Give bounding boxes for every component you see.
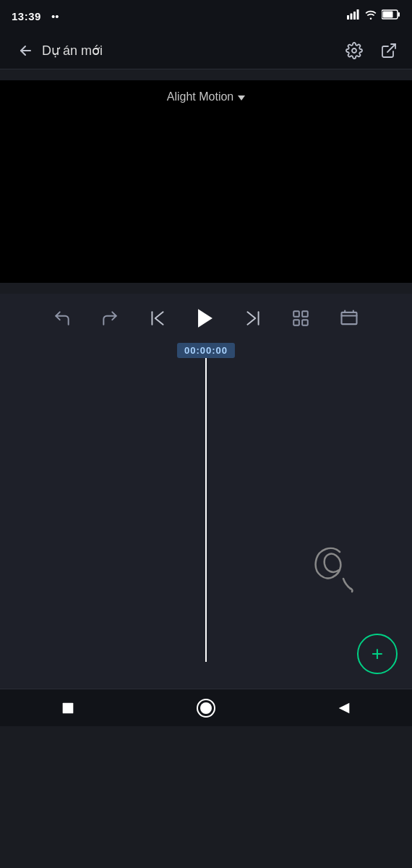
status-left: 13:39 •• xyxy=(12,10,59,22)
timecode-display: 00:00:00 xyxy=(177,343,235,358)
svg-rect-19 xyxy=(63,702,74,713)
export-button[interactable] xyxy=(377,39,400,62)
timeline-track[interactable]: 00:00:00 + xyxy=(0,343,412,689)
svg-rect-15 xyxy=(293,320,299,326)
bottom-nav xyxy=(0,689,412,726)
svg-rect-5 xyxy=(398,12,400,17)
skip-back-button[interactable] xyxy=(145,306,170,331)
svg-marker-22 xyxy=(339,702,350,713)
preview-area: Alight Motion xyxy=(0,69,412,294)
svg-point-8 xyxy=(352,48,356,53)
svg-point-21 xyxy=(200,702,212,714)
stop-button[interactable] xyxy=(54,694,82,722)
undo-button[interactable] xyxy=(50,306,74,331)
svg-rect-16 xyxy=(302,320,308,326)
project-title: Dự án mới xyxy=(42,43,103,59)
home-button[interactable] xyxy=(190,692,222,724)
top-bar-left: Dự án mới xyxy=(12,39,103,62)
add-media-button[interactable]: + xyxy=(357,634,398,674)
timeline-area: 00:00:00 + xyxy=(0,294,412,689)
svg-rect-6 xyxy=(383,12,393,18)
svg-rect-17 xyxy=(342,312,357,324)
cursor-line xyxy=(205,358,207,662)
battery-icon xyxy=(382,9,400,22)
svg-rect-2 xyxy=(353,12,356,20)
status-right xyxy=(347,9,400,22)
transport-bar xyxy=(0,294,412,343)
chevron-down-icon xyxy=(238,95,245,101)
redo-button[interactable] xyxy=(98,306,122,331)
signal-icon xyxy=(347,9,360,22)
status-bar: 13:39 •• xyxy=(0,0,412,32)
back-button[interactable] xyxy=(12,39,35,62)
svg-marker-11 xyxy=(198,309,213,328)
preview-canvas: Alight Motion xyxy=(0,80,412,283)
trim-button[interactable] xyxy=(288,306,313,331)
add-media-hint xyxy=(293,534,372,616)
top-bar: Dự án mới xyxy=(0,32,412,69)
wifi-icon xyxy=(364,9,377,22)
status-dots: •• xyxy=(51,10,59,22)
status-time: 13:39 xyxy=(12,10,41,22)
timeline-cursor: 00:00:00 xyxy=(177,343,235,662)
svg-rect-14 xyxy=(302,311,308,317)
svg-rect-1 xyxy=(351,14,353,20)
svg-rect-0 xyxy=(347,15,349,20)
preview-label[interactable]: Alight Motion xyxy=(167,90,246,103)
settings-button[interactable] xyxy=(343,39,366,62)
play-button[interactable] xyxy=(193,306,218,331)
svg-rect-13 xyxy=(293,311,299,317)
app-name-label: Alight Motion xyxy=(167,90,234,103)
skip-forward-button[interactable] xyxy=(241,306,265,331)
svg-rect-3 xyxy=(357,9,359,20)
expand-button[interactable] xyxy=(336,305,362,331)
nav-back-button[interactable] xyxy=(330,694,358,722)
svg-line-9 xyxy=(387,44,395,52)
plus-icon: + xyxy=(372,644,383,664)
top-bar-right xyxy=(343,39,400,62)
